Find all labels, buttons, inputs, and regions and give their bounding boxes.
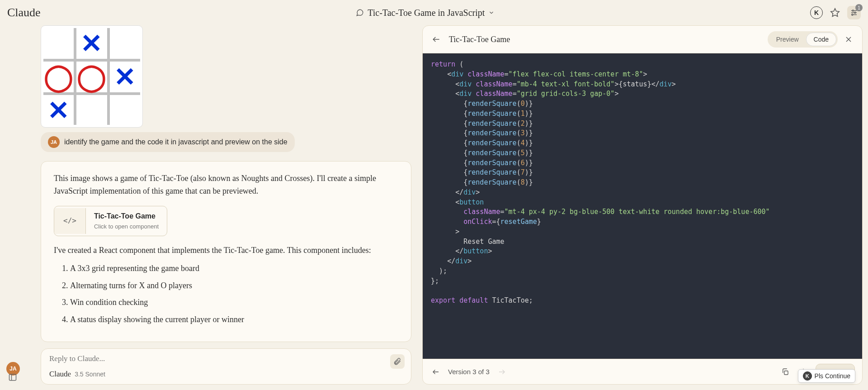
list-item: A 3x3 grid representing the game board xyxy=(70,262,398,275)
assistant-followup: I've created a React component that impl… xyxy=(54,244,398,257)
chip-subtitle: Click to open component xyxy=(94,222,159,231)
tictactoe-grid: ✕ ◯ ◯ ✕ ✕ xyxy=(43,28,140,125)
chevron-down-icon xyxy=(488,8,495,18)
feature-list: A 3x3 grid representing the game board A… xyxy=(70,262,398,327)
main-area: ✕ ◯ ◯ ✕ ✕ JA identify the game and the c… xyxy=(0,25,868,390)
top-bar: Claude Tic-Tac-Toe Game in JavaScript K … xyxy=(0,0,868,25)
close-button[interactable] xyxy=(842,33,855,46)
reply-footer: Claude 3.5 Sonnet xyxy=(49,370,403,379)
code-icon: </> xyxy=(54,208,86,234)
svg-point-6 xyxy=(852,14,853,15)
svg-rect-13 xyxy=(9,374,16,380)
model-name[interactable]: Claude xyxy=(49,370,71,379)
reply-box[interactable]: Claude 3.5 Sonnet xyxy=(41,348,411,385)
star-button[interactable] xyxy=(828,6,842,19)
chip-title: Tic-Tac-Toe Game xyxy=(94,211,159,222)
chat-column: ✕ ◯ ◯ ✕ ✕ JA identify the game and the c… xyxy=(5,25,417,385)
tab-code[interactable]: Code xyxy=(806,33,836,46)
svg-marker-0 xyxy=(831,9,839,16)
ttt-cell: ✕ xyxy=(43,95,74,126)
list-item: Win condition checking xyxy=(70,296,398,309)
tab-preview[interactable]: Preview xyxy=(769,33,806,46)
sidebar-toggle-button[interactable] xyxy=(6,371,19,384)
ttt-cell xyxy=(110,95,140,126)
logo[interactable]: Claude xyxy=(7,6,41,19)
svg-point-2 xyxy=(852,10,854,11)
chat-icon xyxy=(356,9,364,17)
chat-title-text: Tic-Tac-Toe Game in JavaScript xyxy=(368,8,485,18)
prev-version-button[interactable] xyxy=(430,366,442,378)
list-item: Alternating turns for X and O players xyxy=(70,280,398,292)
artifact-footer: Version 3 of 3 Publish xyxy=(423,359,862,384)
k-badge[interactable]: K xyxy=(810,6,823,19)
svg-rect-12 xyxy=(784,371,788,374)
user-message-text: identify the game and the code it in jav… xyxy=(64,138,288,146)
version-nav: Version 3 of 3 xyxy=(430,366,508,378)
component-chip[interactable]: </> Tic-Tac-Toe Game Click to open compo… xyxy=(54,206,167,236)
assistant-intro: This image shows a game of Tic-Tac-Toe (… xyxy=(54,172,398,198)
sliders-button[interactable]: 1 xyxy=(847,6,861,19)
ttt-cell xyxy=(43,28,74,59)
reply-input[interactable] xyxy=(49,354,403,363)
ttt-cell: ◯ xyxy=(76,62,107,92)
copy-button[interactable] xyxy=(779,366,791,378)
ttt-cell: ✕ xyxy=(76,28,107,59)
view-toggle: Preview Code xyxy=(768,31,838,48)
sliders-badge-count: 1 xyxy=(855,4,863,11)
artifact-title: Tic-Tac-Toe Game xyxy=(449,35,510,44)
svg-point-4 xyxy=(854,12,856,14)
ttt-cell: ✕ xyxy=(110,62,140,92)
continue-label: Pls Continue xyxy=(815,372,850,380)
ttt-cell: ◯ xyxy=(43,62,74,92)
artifact-panel: Tic-Tac-Toe Game Preview Code return ( <… xyxy=(422,25,863,385)
k-badge-small: K xyxy=(803,371,812,380)
ttt-cell xyxy=(110,28,140,59)
back-button[interactable] xyxy=(430,33,443,46)
model-version: 3.5 Sonnet xyxy=(75,371,105,378)
code-area[interactable]: return ( <div className="flex flex-col i… xyxy=(423,53,862,359)
assistant-message: This image shows a game of Tic-Tac-Toe (… xyxy=(41,161,411,342)
list-item: A status display showing the current pla… xyxy=(70,314,398,326)
chat-title[interactable]: Tic-Tac-Toe Game in JavaScript xyxy=(356,8,495,18)
top-right-controls: K 1 xyxy=(810,6,861,19)
attached-image[interactable]: ✕ ◯ ◯ ✕ ✕ xyxy=(41,25,143,128)
attach-button[interactable] xyxy=(390,354,405,369)
user-avatar: JA xyxy=(48,136,60,148)
continue-pill[interactable]: K Pls Continue xyxy=(798,369,855,383)
artifact-header: Tic-Tac-Toe Game Preview Code xyxy=(423,26,862,53)
ttt-cell xyxy=(76,95,107,126)
version-label: Version 3 of 3 xyxy=(448,368,490,376)
next-version-button[interactable] xyxy=(496,366,508,378)
user-message: JA identify the game and the code it in … xyxy=(41,132,295,152)
